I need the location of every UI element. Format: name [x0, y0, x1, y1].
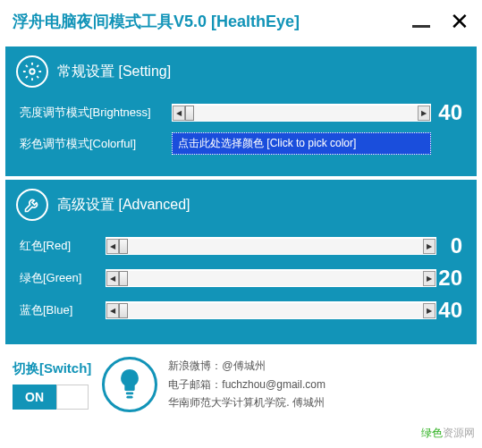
contact-school: 华南师范大学计算机学院. 傅城州	[168, 393, 326, 411]
brightness-label: 亮度调节模式[Brightness]	[16, 105, 172, 121]
contact-email: 电子邮箱：fuchzhou@gmail.com	[168, 376, 326, 393]
arrow-left-icon[interactable]: ◀	[106, 303, 119, 318]
svg-rect-2	[127, 396, 133, 399]
footer: 切换[Switch] ON 新浪微博：@傅城州 电子邮箱：fuchzhou@gm…	[0, 348, 482, 421]
arrow-right-icon[interactable]: ▶	[423, 239, 435, 254]
arrow-right-icon[interactable]: ▶	[423, 303, 435, 318]
close-icon[interactable]: ✕	[450, 8, 469, 36]
brightness-value: 40	[438, 100, 466, 125]
green-value: 20	[438, 266, 466, 291]
blue-label: 蓝色[Blue]	[16, 302, 106, 318]
watermark: 绿色资源网	[421, 426, 475, 441]
switch-label: 切换[Switch]	[13, 360, 91, 377]
red-label: 红色[Red]	[16, 238, 106, 254]
red-value: 0	[451, 233, 466, 258]
color-picker-button[interactable]: 点击此处选择颜色 [Click to pick color]	[172, 132, 431, 155]
arrow-left-icon[interactable]: ◀	[173, 106, 185, 121]
colorful-label: 彩色调节模式[Colorful]	[16, 136, 172, 152]
advanced-panel: 高级设置 [Advanced] 红色[Red] ◀ ▶ 0 绿色[Green] …	[5, 180, 477, 344]
green-label: 绿色[Green]	[16, 270, 106, 286]
svg-rect-1	[126, 393, 134, 395]
power-toggle[interactable]: ON	[13, 385, 91, 410]
arrow-left-icon[interactable]: ◀	[106, 239, 119, 254]
arrow-right-icon[interactable]: ▶	[418, 106, 430, 121]
setting-panel: 常规设置 [Setting] 亮度调节模式[Brightness] ◀ ▶ 40…	[5, 46, 477, 176]
app-title: 浮舟电脑夜间模式工具V5.0 [HealthEye]	[13, 11, 300, 32]
green-slider[interactable]: ◀ ▶	[106, 269, 436, 287]
red-slider[interactable]: ◀ ▶	[106, 237, 436, 255]
arrow-left-icon[interactable]: ◀	[106, 271, 119, 286]
toggle-off-side	[56, 385, 89, 410]
advanced-header: 高级设置 [Advanced]	[57, 196, 190, 215]
brightness-slider[interactable]: ◀ ▶	[172, 104, 431, 122]
arrow-right-icon[interactable]: ▶	[423, 271, 435, 286]
lightbulb-icon	[102, 357, 157, 412]
gear-icon	[16, 55, 48, 88]
blue-slider[interactable]: ◀ ▶	[106, 301, 436, 319]
wrench-icon	[16, 189, 48, 221]
toggle-on-label: ON	[13, 385, 56, 410]
setting-header: 常规设置 [Setting]	[57, 63, 171, 81]
svg-point-0	[30, 69, 35, 74]
contact-weibo: 新浪微博：@傅城州	[168, 357, 326, 375]
minimize-icon[interactable]	[412, 25, 430, 28]
blue-value: 40	[438, 298, 466, 323]
